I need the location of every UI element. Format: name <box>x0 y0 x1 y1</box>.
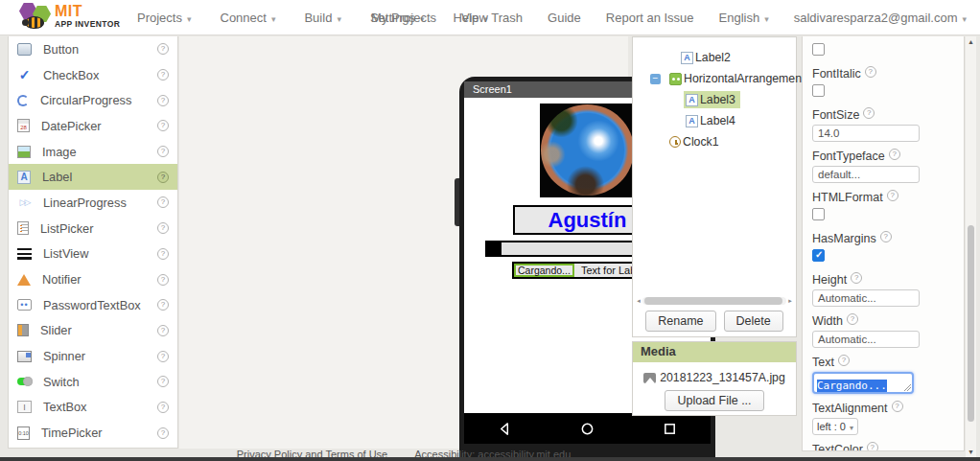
scroll-left-arrow-icon[interactable]: ◂ <box>635 297 642 305</box>
palette-item-image[interactable]: Image ? <box>9 139 177 165</box>
help-question-icon[interactable]: ? <box>157 196 169 208</box>
link-my-projects[interactable]: My Projects <box>371 11 436 25</box>
help-question-icon[interactable]: ? <box>863 107 875 119</box>
menu-projects[interactable]: Projects <box>137 11 192 25</box>
tree-node[interactable]: Clock1 <box>667 133 724 150</box>
scrollbar-thumb[interactable] <box>644 297 782 305</box>
palette-item-listpicker[interactable]: ListPicker ? <box>9 216 177 242</box>
palette-item-checkbox[interactable]: CheckBox ? <box>9 62 177 88</box>
help-question-icon[interactable]: ? <box>157 69 169 81</box>
tree-row-horizontalarrangement3[interactable]: − HorizontalArrangement3 <box>633 68 796 89</box>
help-question-icon[interactable]: ? <box>157 43 169 55</box>
partial-checkbox[interactable] <box>812 43 825 56</box>
palette-item-textbox[interactable]: TextBox ? <box>9 395 177 421</box>
help-question-icon[interactable]: ? <box>157 299 169 311</box>
help-question-icon[interactable]: ? <box>851 272 862 284</box>
palette-item-button[interactable]: Button ? <box>9 36 177 62</box>
link-report-issue[interactable]: Report an Issue <box>606 11 694 25</box>
palette-item-datepicker[interactable]: DatePicker ? <box>9 113 177 139</box>
palette-item-label: Slider <box>40 323 157 337</box>
text-textarea-focused[interactable]: Cargando... <box>812 372 914 394</box>
menu-connect[interactable]: Connect <box>221 11 276 25</box>
link-guide[interactable]: Guide <box>548 11 581 25</box>
help-question-icon[interactable]: ? <box>157 325 169 336</box>
help-question-icon[interactable]: ? <box>157 120 169 131</box>
tree-horizontal-scrollbar[interactable]: ◂ ▸ <box>635 296 794 306</box>
help-question-icon[interactable]: ? <box>157 222 169 234</box>
help-question-icon[interactable]: ? <box>157 146 169 157</box>
label3-component-selected[interactable]: Cargando... <box>514 264 574 277</box>
help-question-icon[interactable]: ? <box>892 401 903 412</box>
account-menu[interactable]: saldivaresparza2@gmail.com <box>794 11 967 25</box>
tree-node-label: Label2 <box>695 51 731 64</box>
palette-item-notifier[interactable]: Notifier ? <box>9 266 177 292</box>
tree-row-clock1[interactable]: Clock1 <box>633 131 796 152</box>
help-question-icon[interactable]: ? <box>838 355 850 366</box>
help-question-icon[interactable]: ? <box>865 66 876 78</box>
tree-row-label3[interactable]: Label3 <box>633 89 796 110</box>
width-input[interactable]: Automatic... <box>812 331 920 348</box>
tree-node[interactable]: Label4 <box>684 112 740 129</box>
menu-build[interactable]: Build <box>304 11 340 25</box>
fontsize-input[interactable]: 14.0 <box>812 125 920 142</box>
bottom-window-edge <box>0 457 980 461</box>
upload-file-button[interactable]: Upload File ... <box>665 390 763 411</box>
palette-item-label[interactable]: Label ? <box>9 164 177 190</box>
hasmargins-checkbox[interactable] <box>812 249 825 262</box>
palette-item-linearprogress[interactable]: LinearProgress ? <box>9 190 177 216</box>
tree-row-label4[interactable]: Label4 <box>633 110 796 131</box>
link-view-trash[interactable]: View Trash <box>461 11 523 25</box>
scroll-right-arrow-icon[interactable]: ▸ <box>786 297 794 305</box>
help-question-icon[interactable]: ? <box>889 149 900 160</box>
image1-component[interactable] <box>540 104 636 197</box>
scrollbar-track[interactable] <box>642 297 786 305</box>
help-question-icon[interactable]: ? <box>867 442 878 451</box>
tree-node-label: HorizontalArrangement3 <box>684 72 811 85</box>
scrollbar-thumb[interactable] <box>968 225 974 422</box>
properties-scrollbar[interactable]: ▲ ▼ <box>966 36 976 457</box>
help-question-icon[interactable]: ? <box>157 248 169 260</box>
palette-item-spinner[interactable]: Spinner ? <box>9 343 177 369</box>
scroll-up-arrow-icon[interactable]: ▲ <box>966 38 976 45</box>
help-question-icon[interactable]: ? <box>157 274 169 286</box>
help-question-icon[interactable]: ? <box>157 351 169 362</box>
rename-button[interactable]: Rename <box>645 311 715 332</box>
palette-item-slider[interactable]: Slider ? <box>9 318 177 344</box>
height-input[interactable]: Automatic... <box>812 289 920 307</box>
language-menu[interactable]: English <box>719 11 769 25</box>
delete-button[interactable]: Delete <box>724 311 783 332</box>
tree-node[interactable]: Label3 <box>684 91 740 108</box>
help-question-icon[interactable]: ? <box>157 427 169 439</box>
palette-item-listview[interactable]: ListView ? <box>9 242 177 267</box>
htmlformat-label: HTMLFormat <box>812 191 883 204</box>
palette-item-switch[interactable]: Switch ? <box>9 369 177 395</box>
palette-item-timepicker[interactable]: TimePicker ? <box>9 420 177 446</box>
tree-node[interactable]: HorizontalArrangement3 <box>667 70 816 87</box>
tree-row-label2[interactable]: Label2 <box>633 47 796 68</box>
back-button-icon[interactable] <box>498 422 512 436</box>
tree-node[interactable]: Label2 <box>679 49 735 66</box>
help-question-icon[interactable]: ? <box>157 402 169 413</box>
help-question-icon[interactable]: ? <box>887 190 898 201</box>
media-file-item[interactable]: 20181223_131457A.jpg <box>633 371 796 384</box>
label1-text: Agustín <box>548 208 627 233</box>
palette-item-label: PasswordTextBox <box>43 298 157 312</box>
textalignment-dropdown[interactable]: left : 0 <box>812 418 858 435</box>
recents-button-icon[interactable] <box>663 422 677 436</box>
help-question-icon[interactable]: ? <box>157 376 169 387</box>
text-label: Text <box>812 356 834 369</box>
component-icon <box>17 43 32 56</box>
viewer-panel: Screen1 Agustín Cargando... Text for Lab… <box>179 36 628 449</box>
scroll-down-arrow-icon[interactable]: ▼ <box>966 449 976 455</box>
help-question-icon[interactable]: ? <box>880 231 892 242</box>
fonttypeface-dropdown[interactable]: default... <box>812 166 920 183</box>
fontitalic-checkbox[interactable] <box>812 84 825 97</box>
help-question-icon[interactable]: ? <box>157 172 169 183</box>
help-question-icon[interactable]: ? <box>157 95 169 106</box>
palette-item-circularprogress[interactable]: CircularProgress ? <box>9 87 177 113</box>
palette-item-passwordtextbox[interactable]: PasswordTextBox ? <box>9 292 177 318</box>
home-button-icon[interactable] <box>580 422 595 436</box>
htmlformat-checkbox[interactable] <box>812 208 825 220</box>
help-question-icon[interactable]: ? <box>847 313 858 325</box>
collapse-icon[interactable]: − <box>650 74 661 84</box>
